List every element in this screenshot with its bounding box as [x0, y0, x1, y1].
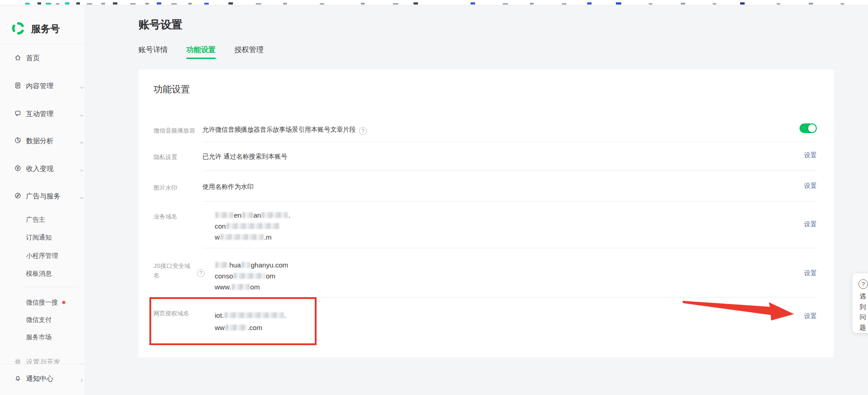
pie-chart-icon: [14, 137, 21, 144]
domain-line: iot..: [215, 309, 286, 321]
bookmark-glyph-fragment: [188, 3, 192, 5]
redacted-text: [233, 273, 265, 279]
tab-authorization[interactable]: 授权管理: [234, 45, 264, 59]
help-widget-label: 遇到问题: [859, 291, 866, 332]
sidebar-item-notification-center[interactable]: 通知中心: [0, 374, 85, 384]
bookmark-glyph-fragment: [256, 3, 261, 5]
row-value: 允许微信音频播放器音乐故事场景引用本账号文章片段?: [202, 125, 367, 135]
tab-bar: 账号详情 功能设置 授权管理: [138, 45, 264, 59]
help-question-icon[interactable]: ?: [359, 127, 367, 135]
bookmark-glyph-fragment: [616, 2, 621, 5]
sidebar-item-home[interactable]: 首页: [0, 53, 85, 63]
sidebar: 服务号 首页内容管理互动管理数据分析收入变现广告与服务广告主订阅通知小程序管理模…: [0, 5, 85, 395]
bookmark-glyph-fragment: [228, 2, 233, 5]
chevron-down-icon: [79, 139, 84, 143]
sidebar-divider: [0, 44, 85, 44]
tab-account-details[interactable]: 账号详情: [138, 45, 168, 59]
compass-icon: [14, 192, 21, 199]
bookmark-glyph-fragment: [809, 3, 813, 5]
redacted-text: [225, 325, 247, 331]
domain-line: huaghanyu.com: [215, 260, 288, 271]
sidebar-item-analytics[interactable]: 数据分析: [0, 136, 85, 146]
sidebar-subitem-wechat-search[interactable]: 微信搜一搜: [26, 298, 65, 307]
row-value: 已允许 通过名称搜索到本账号: [202, 152, 287, 161]
sidebar-item-interaction[interactable]: 互动管理: [0, 109, 85, 119]
sidebar-subitem-miniprogram[interactable]: 小程序管理: [26, 251, 58, 260]
bookmark-glyph-fragment: [393, 3, 398, 5]
help-widget[interactable]: ? 遇到问题: [852, 273, 868, 333]
browser-bookmarks-strip: [0, 0, 868, 5]
redacted-text: [226, 223, 280, 229]
oauth-domain-set-link[interactable]: 设置: [804, 311, 817, 320]
chevron-right-icon: [79, 376, 84, 381]
bookmark-glyph-fragment: [101, 3, 105, 5]
sidebar-item-monetize[interactable]: 收入变现: [0, 164, 85, 174]
sidebar-subgroup-divider: [25, 287, 79, 287]
row-value: 使用名称作为水印: [202, 182, 254, 191]
card-title: 功能设置: [153, 83, 190, 96]
settings-row-audio-player: 微信音频播放器允许微信音频播放器音乐故事场景引用本账号文章片段?: [138, 118, 834, 142]
business-domain-set-link[interactable]: 设置: [804, 219, 817, 229]
chevron-down-icon: [79, 166, 84, 171]
tab-function-settings[interactable]: 功能设置: [186, 45, 216, 59]
bookmark-glyph-fragment: [649, 3, 652, 5]
bookmark-glyph-fragment: [76, 2, 80, 5]
home-icon: [14, 54, 21, 61]
sidebar-subitem-service-market[interactable]: 服务市场: [26, 332, 52, 342]
chevron-up-icon: [79, 194, 84, 198]
bookmark-glyph-fragment: [157, 2, 161, 5]
domain-line: consoom: [215, 271, 288, 282]
bookmark-glyph-fragment: [87, 3, 92, 5]
wechat-mp-admin: 服务号 首页内容管理互动管理数据分析收入变现广告与服务广告主订阅通知小程序管理模…: [0, 0, 868, 395]
domain-line: w.m: [215, 232, 291, 243]
bookmark-glyph-fragment: [413, 2, 418, 5]
document-icon: [14, 82, 21, 89]
settings-card: 功能设置 微信音频播放器允许微信音频播放器音乐故事场景引用本账号文章片段?隐私设…: [138, 69, 834, 358]
sidebar-item-ads-services[interactable]: 广告与服务: [0, 191, 85, 201]
js-domain-set-link[interactable]: 设置: [804, 268, 817, 278]
bookmark-glyph-fragment: [503, 3, 508, 5]
bookmark-glyph-fragment: [171, 3, 177, 5]
bookmark-glyph-fragment: [530, 3, 534, 5]
bookmark-glyph-fragment: [740, 2, 745, 5]
bookmark-glyph-fragment: [204, 3, 209, 5]
row-label: 网页授权域名: [153, 309, 201, 318]
chevron-down-icon: [79, 84, 84, 88]
settings-row-privacy: 隐私设置已允许 通过名称搜索到本账号设置: [138, 142, 834, 171]
domain-list: iot..ww.com: [215, 309, 286, 334]
chevron-down-icon: [79, 112, 84, 116]
bookmark-glyph-fragment: [65, 2, 69, 5]
logo-text: 服务号: [31, 22, 60, 35]
domain-list: huaghanyu.comconsoomwww.om: [215, 260, 288, 293]
row-label: 微信音频播放器: [153, 126, 201, 135]
watermark-set-link[interactable]: 设置: [804, 181, 817, 190]
sidebar-item-content[interactable]: 内容管理: [0, 81, 85, 91]
bookmark-glyph-fragment: [361, 3, 365, 5]
redacted-text: [241, 262, 250, 268]
settings-row-oauth-domain: 网页授权域名iot..ww.com设置: [138, 297, 834, 358]
sidebar-subitem-subscribe-notice[interactable]: 订阅通知: [26, 233, 52, 242]
bookmark-glyph-fragment: [113, 2, 117, 5]
bookmark-glyph-fragment: [145, 3, 149, 5]
bookmark-glyph-fragment: [777, 3, 780, 5]
help-question-icon[interactable]: ?: [197, 269, 205, 277]
sidebar-subitem-wechat-pay[interactable]: 微信支付: [26, 315, 52, 324]
new-badge-dot: [62, 301, 65, 304]
redacted-text: [232, 284, 250, 290]
redacted-text: [224, 312, 284, 318]
question-icon: ?: [858, 279, 868, 289]
bookmark-glyph-fragment: [320, 3, 324, 5]
bookmark-glyph-fragment: [471, 2, 475, 5]
privacy-set-link[interactable]: 设置: [804, 150, 817, 160]
bookmark-glyph-fragment: [841, 3, 844, 5]
bookmark-glyph-fragment: [130, 3, 136, 5]
domain-line: enan.: [215, 210, 291, 221]
row-label: 业务域名: [153, 212, 201, 221]
sidebar-subitem-advertiser[interactable]: 广告主: [26, 215, 45, 224]
redacted-text: [242, 212, 253, 218]
redacted-text: [215, 262, 229, 268]
bookmark-glyph-fragment: [681, 3, 685, 5]
chat-icon: [14, 110, 21, 117]
sidebar-subitem-template-message[interactable]: 模板消息: [26, 269, 52, 278]
audio-player-toggle[interactable]: [799, 123, 817, 133]
